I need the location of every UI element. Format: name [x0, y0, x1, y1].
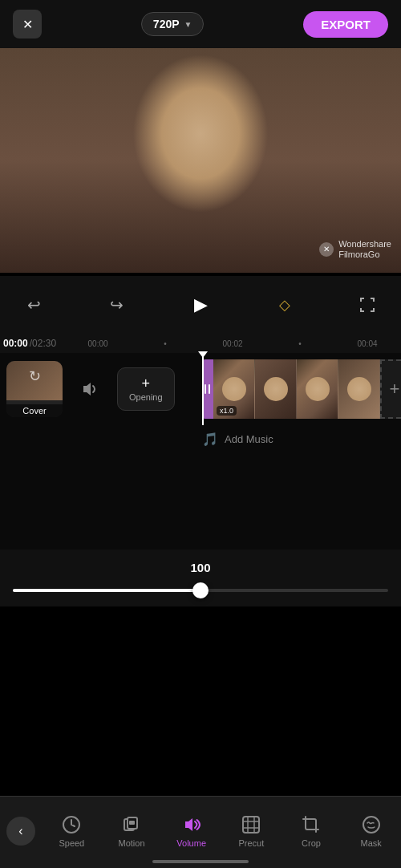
speed-label: Speed — [59, 838, 84, 848]
total-time: /02:30 — [30, 338, 56, 349]
cover-thumbnail[interactable]: ↻ Cover — [6, 361, 63, 417]
ruler-dot-1: • — [132, 339, 199, 348]
clip-frame-4 — [338, 359, 380, 419]
cover-label: Cover — [6, 404, 63, 417]
video-preview: ✕ Wondershare FilmoraGo — [0, 48, 401, 273]
back-button[interactable]: ‹ — [6, 817, 35, 846]
add-music-label: Add Music — [225, 433, 273, 445]
current-time: 00:00 — [3, 338, 28, 349]
watermark[interactable]: ✕ Wondershare FilmoraGo — [319, 239, 391, 260]
frame-face-1 — [222, 377, 246, 401]
chevron-down-icon: ▼ — [184, 20, 192, 29]
export-button[interactable]: EXPORT — [303, 11, 388, 38]
play-button[interactable]: ▶ — [184, 289, 217, 321]
clip-frame-2 — [255, 359, 297, 419]
nav-item-precut[interactable]: Precut — [221, 814, 282, 848]
diamond-icon[interactable]: ◇ — [270, 290, 299, 319]
time-ruler: 00:00 /02:30 00:00 • 00:02 • 00:04 — [0, 334, 401, 353]
undo-button[interactable]: ↩ — [19, 290, 48, 319]
resolution-button[interactable]: 720P ▼ — [141, 12, 205, 36]
motion-label: Motion — [118, 838, 144, 848]
watermark-close-icon[interactable]: ✕ — [319, 242, 334, 257]
home-indicator — [152, 860, 249, 863]
clip-pause-handle[interactable] — [202, 359, 213, 419]
svg-point-7 — [363, 817, 379, 833]
volume-nav-icon — [181, 814, 202, 835]
refresh-icon: ↻ — [29, 367, 41, 385]
ruler-mark-2: 00:02 — [199, 339, 266, 348]
track-area: ↻ Cover + Opening — [0, 353, 401, 425]
svg-rect-0 — [205, 384, 206, 394]
redo-button[interactable]: ↪ — [102, 290, 131, 319]
volume-icon[interactable] — [72, 371, 107, 407]
ruler-mark-4: 00:04 — [334, 339, 401, 348]
nav-item-speed[interactable]: Speed — [42, 814, 102, 848]
precut-label: Precut — [238, 838, 264, 848]
frame-face-2 — [264, 377, 288, 401]
clip-frame-1: x1.0 — [213, 359, 255, 419]
nav-item-volume[interactable]: Volume — [161, 814, 221, 848]
volume-slider-container[interactable] — [13, 581, 388, 600]
svg-rect-6 — [243, 817, 259, 833]
motion-icon — [121, 814, 142, 835]
playhead — [202, 353, 204, 425]
mask-icon — [361, 814, 382, 835]
watermark-text: Wondershare FilmoraGo — [338, 239, 391, 260]
clips-strip: x1.0 + — [202, 359, 401, 419]
svg-rect-5 — [129, 821, 135, 825]
svg-rect-1 — [209, 384, 210, 394]
music-icon: 🎵 — [202, 432, 218, 447]
nav-item-mask[interactable]: Mask — [341, 814, 401, 848]
mask-label: Mask — [361, 838, 382, 848]
ruler-dot-3: • — [266, 339, 334, 348]
opening-plus-icon: + — [142, 376, 151, 391]
fullscreen-button[interactable] — [353, 290, 382, 319]
bottom-nav: ‹ Speed Motion Volume — [0, 796, 401, 868]
ruler-mark-0: 00:00 — [64, 339, 132, 348]
crop-label: Crop — [302, 838, 321, 848]
nav-item-crop[interactable]: Crop — [282, 814, 342, 848]
nav-item-motion[interactable]: Motion — [102, 814, 162, 848]
top-bar: ✕ 720P ▼ EXPORT — [0, 0, 401, 48]
speed-icon — [61, 814, 82, 835]
frame-face-4 — [347, 377, 371, 401]
speed-badge: x1.0 — [217, 406, 237, 416]
timeline-section: ↩ ↪ ▶ ◇ 00:00 /02:30 00:00 • 00:02 • 00:… — [0, 276, 401, 550]
volume-value: 100 — [13, 561, 388, 574]
ruler-marks: 00:00 • 00:02 • 00:04 — [64, 339, 401, 348]
add-clip-button[interactable]: + — [380, 359, 401, 419]
slider-fill — [13, 589, 200, 592]
close-button[interactable]: ✕ — [13, 10, 42, 39]
opening-label: Opening — [129, 392, 163, 402]
empty-track-space — [0, 453, 401, 550]
add-music-row[interactable]: 🎵 Add Music — [0, 425, 401, 453]
clip-frames: x1.0 — [213, 359, 380, 419]
playhead-arrow — [198, 351, 208, 358]
crop-icon — [301, 814, 322, 835]
clip-frame-3 — [297, 359, 338, 419]
controls-row: ↩ ↪ ▶ ◇ — [0, 276, 401, 334]
slider-thumb[interactable] — [192, 582, 209, 598]
opening-button[interactable]: + Opening — [117, 367, 175, 411]
frame-face-3 — [306, 377, 330, 401]
volume-section: 100 — [0, 550, 401, 606]
volume-nav-label: Volume — [176, 838, 206, 848]
slider-track — [13, 589, 388, 592]
precut-icon — [241, 814, 261, 835]
resolution-label: 720P — [153, 18, 180, 30]
